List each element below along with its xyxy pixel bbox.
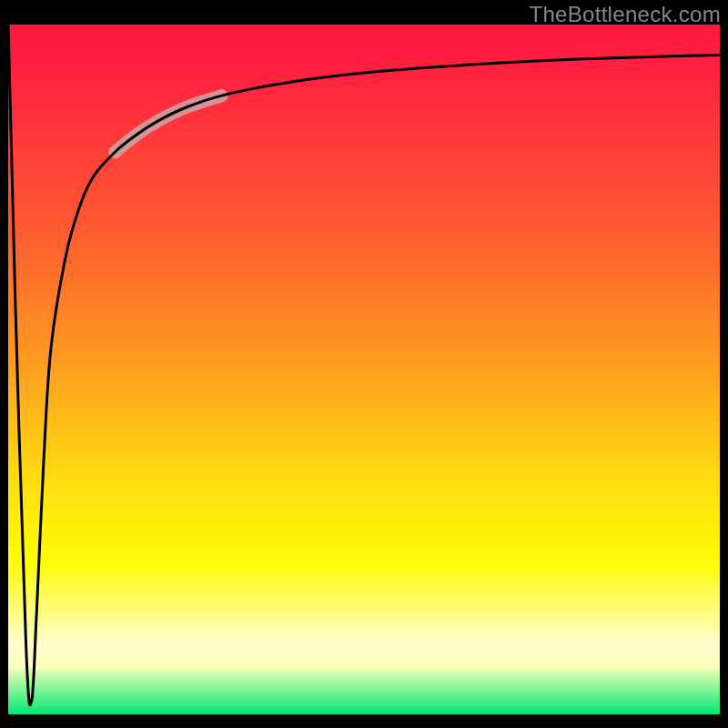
curve-layer — [8, 25, 720, 714]
curve-highlight-segment — [115, 96, 221, 152]
watermark-text: TheBottleneck.com — [529, 2, 721, 27]
chart-frame: TheBottleneck.com — [0, 0, 728, 728]
bottleneck-curve — [8, 25, 720, 705]
